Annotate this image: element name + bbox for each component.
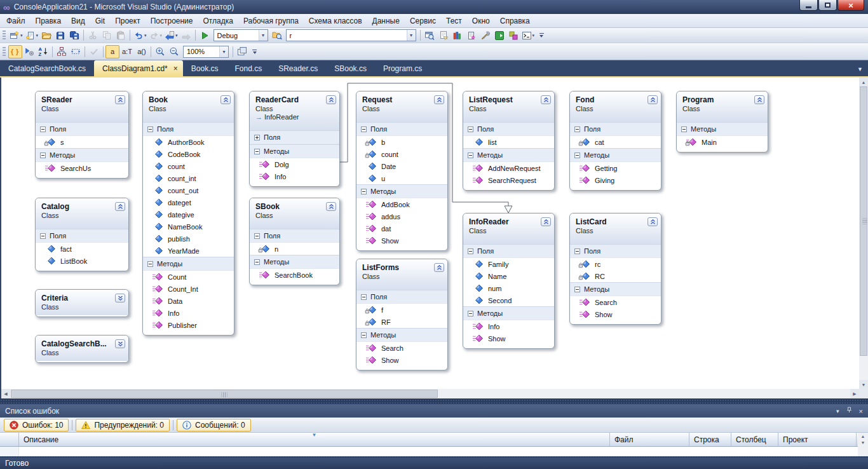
menu-debug[interactable]: Отладка <box>198 15 238 27</box>
menu-class-diagram[interactable]: Схема классов <box>304 15 367 27</box>
chevron-down-icon[interactable]: ▾ <box>160 33 163 38</box>
pin-icon[interactable] <box>846 406 853 416</box>
compartment-header-fields[interactable]: Поля <box>570 122 661 136</box>
menu-test[interactable]: Тест <box>441 15 467 27</box>
compartment-header-methods[interactable]: Методы <box>463 306 554 320</box>
member-show[interactable]: Show <box>570 308 661 320</box>
collapse-button[interactable] <box>541 95 551 104</box>
member-u[interactable]: u <box>356 172 447 184</box>
compartment-header-methods[interactable]: Методы <box>250 255 339 269</box>
error-list-titlebar[interactable]: Список ошибок ▾ × <box>0 404 868 418</box>
zoom-in-button[interactable] <box>153 45 167 58</box>
member-info[interactable]: Info <box>250 170 339 182</box>
section-expander-icon[interactable] <box>40 126 46 132</box>
collapse-button[interactable] <box>326 95 336 104</box>
tab-book-cs[interactable]: Book.cs <box>183 60 227 76</box>
class-box-catalogsearchb[interactable]: CatalogSearchB...Class <box>35 335 129 363</box>
member-addnewrequest[interactable]: AddNewRequest <box>463 162 554 174</box>
compartment-header-fields[interactable]: Поля <box>463 122 554 136</box>
class-box-request[interactable]: RequestClassПоляbcountDateuМетодыAddBook… <box>356 91 448 251</box>
validate-button[interactable] <box>87 45 101 58</box>
chevron-down-icon[interactable]: ▾ <box>219 46 228 57</box>
class-box-readercard[interactable]: ReaderCardClass→InfoReaderПоляМетодыDolg… <box>249 91 340 187</box>
class-header[interactable]: ReaderCardClass→InfoReader <box>250 92 339 130</box>
member-second[interactable]: Second <box>463 294 554 306</box>
class-box-listcard[interactable]: ListCardClassПоляrcRCМетодыSearchShow <box>569 213 661 325</box>
group-hierarchy-button[interactable] <box>55 45 69 58</box>
member-addus[interactable]: addus <box>356 210 447 222</box>
tab-classdiagram1-cd[interactable]: ClassDiagram1.cd*× <box>94 60 183 76</box>
member-dat[interactable]: dat <box>356 222 447 234</box>
section-expander-icon[interactable] <box>254 259 260 265</box>
scroll-right-button[interactable]: ▶ <box>850 389 859 398</box>
chevron-down-icon[interactable]: ▾ <box>144 33 147 38</box>
menu-build[interactable]: Построение <box>146 15 198 27</box>
member-show[interactable]: Show <box>356 234 447 247</box>
class-header[interactable]: InfoReaderClass <box>463 214 554 244</box>
close-button[interactable]: × <box>837 0 864 11</box>
member-info[interactable]: Info <box>143 307 234 319</box>
chevron-down-icon[interactable]: ▾ <box>36 33 39 38</box>
member-search[interactable]: Search <box>570 296 661 308</box>
save-all-button[interactable] <box>67 29 81 42</box>
minimize-button[interactable] <box>799 0 818 11</box>
error-list-body[interactable] <box>0 447 858 456</box>
scroll-down-button[interactable]: ▼ <box>859 380 868 389</box>
navigate-backward-button[interactable]: ▾ <box>163 29 179 42</box>
member-publisher[interactable]: Publisher <box>143 319 234 331</box>
member-b[interactable]: b <box>356 136 447 148</box>
compartment-header-methods[interactable]: Методы <box>356 328 447 342</box>
menu-edit[interactable]: Правка <box>31 15 67 27</box>
section-expander-icon[interactable] <box>361 332 367 338</box>
tab-fond-cs[interactable]: Fond.cs <box>226 60 270 76</box>
display-full-signature-button[interactable]: a() <box>135 45 149 58</box>
compartment-header-methods[interactable]: Методы <box>36 148 128 162</box>
tab-sreader-cs[interactable]: SReader.cs <box>270 60 326 76</box>
class-header[interactable]: CatalogClass <box>36 198 128 229</box>
class-box-sreader[interactable]: SReaderClassПоляsМетодыSearchUs <box>35 91 129 179</box>
member-count[interactable]: count <box>143 160 234 172</box>
chevron-down-icon[interactable]: ▾ <box>20 33 23 38</box>
member-main[interactable]: Main <box>677 136 768 148</box>
member-data[interactable]: Data <box>143 295 234 307</box>
section-expander-icon[interactable] <box>361 189 367 194</box>
chevron-down-icon[interactable]: ▾ <box>532 33 535 38</box>
column-header-project[interactable]: Проект <box>778 433 857 446</box>
member-n[interactable]: n <box>250 243 339 255</box>
member-f[interactable]: f <box>356 304 447 316</box>
member-family[interactable]: Family <box>463 258 554 270</box>
zoom-out-button[interactable] <box>167 45 181 58</box>
member-getting[interactable]: Getting <box>570 162 661 174</box>
section-expander-icon[interactable] <box>361 126 367 132</box>
section-expander-icon[interactable] <box>468 153 473 158</box>
vertical-scroll-thumb[interactable] <box>860 86 867 356</box>
expand-collapse-button[interactable]: {} <box>8 45 22 58</box>
add-new-item-button[interactable] <box>465 29 478 42</box>
tab-sbook-cs[interactable]: SBook.cs <box>326 60 375 76</box>
section-expander-icon[interactable] <box>468 311 473 316</box>
menu-project[interactable]: Проект <box>110 15 146 27</box>
class-box-inforeader[interactable]: InfoReaderClassПоляFamilyNamenumSecondМе… <box>463 213 555 349</box>
display-wizard-button[interactable] <box>22 45 36 58</box>
extensions-button[interactable] <box>506 29 520 42</box>
menu-tools[interactable]: Сервис <box>405 15 441 27</box>
class-box-listrequest[interactable]: ListRequestClassПоляlistМетодыAddNewRequ… <box>463 91 555 191</box>
collapse-button[interactable] <box>648 95 658 104</box>
class-box-criteria[interactable]: CriteriaClass <box>35 289 129 317</box>
class-box-fond[interactable]: FondClassПоляcatМетодыGettingGiving <box>569 91 661 191</box>
menu-help[interactable]: Справка <box>495 15 535 27</box>
member-count[interactable]: Count <box>143 271 234 283</box>
save-button[interactable] <box>53 29 67 42</box>
member-fact[interactable]: fact <box>36 243 128 255</box>
collapse-button[interactable] <box>220 95 231 104</box>
properties-button[interactable] <box>437 29 451 42</box>
errors-filter-button[interactable]: Ошибок: 10 <box>4 419 69 432</box>
section-expander-icon[interactable] <box>468 126 473 132</box>
class-header[interactable]: SBookClass <box>250 198 339 229</box>
collapse-button[interactable] <box>648 217 658 226</box>
member-list[interactable]: list <box>463 136 554 148</box>
sort-alphabetical-button[interactable]: AZ <box>36 45 50 58</box>
paste-button[interactable] <box>114 29 128 42</box>
class-box-sbook[interactable]: SBookClassПоляnМетодыSearchBook <box>249 198 340 285</box>
close-panel-icon[interactable]: × <box>859 407 863 415</box>
